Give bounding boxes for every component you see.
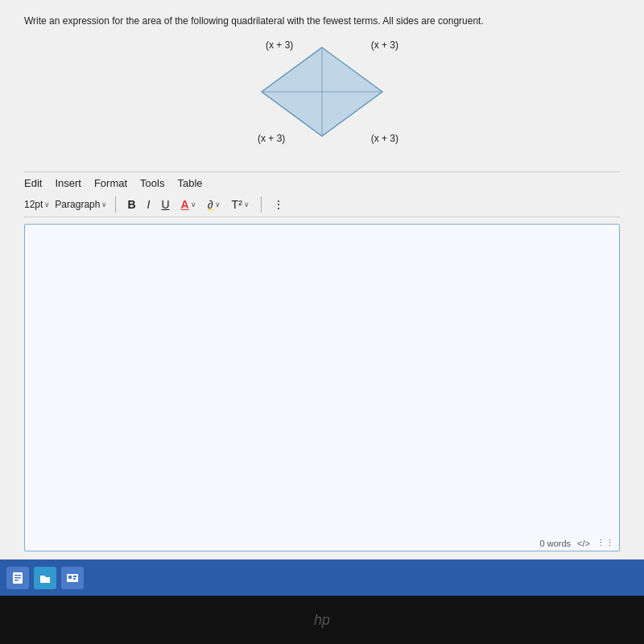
code-icon: </> xyxy=(577,539,590,548)
highlight-chevron: ∨ xyxy=(215,200,221,208)
more-options-button[interactable]: ⋮ xyxy=(270,197,287,212)
paragraph-select[interactable]: Paragraph ∨ xyxy=(55,199,107,210)
underline-button[interactable]: U xyxy=(158,197,172,212)
screen: Write an expression for the area of the … xyxy=(0,0,644,644)
font-size-select[interactable]: 12pt ∨ xyxy=(24,199,50,210)
diagram-area: (x + 3) (x + 3) (x + 3) (x + 3) xyxy=(24,39,620,152)
words-count: 0 words xyxy=(540,539,572,548)
svg-rect-6 xyxy=(14,580,19,581)
menu-insert[interactable]: Insert xyxy=(55,177,81,189)
taskbar-btn-2[interactable] xyxy=(34,567,56,589)
svg-rect-5 xyxy=(14,577,21,579)
font-size-label: 12pt xyxy=(24,199,43,210)
highlight-label: ∂ xyxy=(208,198,213,211)
menu-tools[interactable]: Tools xyxy=(140,177,164,189)
svg-rect-9 xyxy=(73,576,76,577)
hp-logo: hp xyxy=(314,612,330,629)
menu-table[interactable]: Table xyxy=(177,177,202,189)
menu-edit[interactable]: Edit xyxy=(24,177,42,189)
bold-button[interactable]: B xyxy=(124,197,138,212)
superscript-chevron: ∨ xyxy=(244,200,250,208)
font-color-chevron: ∨ xyxy=(191,200,196,208)
taskbar-btn-3[interactable] xyxy=(61,567,84,589)
menu-format[interactable]: Format xyxy=(94,177,127,189)
menu-bar: Edit Insert Format Tools Table xyxy=(24,171,620,192)
question-text: Write an expression for the area of the … xyxy=(24,14,620,28)
svg-rect-10 xyxy=(73,578,76,580)
status-bar: 0 words </> ⋮⋮ xyxy=(535,535,619,551)
font-color-button[interactable]: A ∨ xyxy=(178,197,200,212)
toolbar: 12pt ∨ Paragraph ∨ B I U A ∨ ∂ ∨ T² ∨ xyxy=(24,192,620,217)
toolbar-divider-1 xyxy=(115,196,116,213)
diamond-container: (x + 3) (x + 3) (x + 3) (x + 3) xyxy=(242,39,402,144)
editor-box[interactable]: 0 words </> ⋮⋮ xyxy=(24,224,620,551)
paragraph-chevron: ∨ xyxy=(101,200,107,208)
font-size-chevron: ∨ xyxy=(44,200,50,208)
toolbar-divider-2 xyxy=(261,196,262,213)
svg-rect-4 xyxy=(14,575,21,576)
font-color-label: A xyxy=(181,198,189,211)
main-content: Write an expression for the area of the … xyxy=(0,0,644,559)
italic-button[interactable]: I xyxy=(144,197,154,212)
highlight-button[interactable]: ∂ ∨ xyxy=(204,197,224,212)
diamond-shape xyxy=(242,39,402,144)
more-status-icon: ⋮⋮ xyxy=(597,538,614,548)
paragraph-label: Paragraph xyxy=(55,199,100,210)
superscript-label: T² xyxy=(232,198,242,211)
superscript-button[interactable]: T² ∨ xyxy=(229,197,253,212)
svg-rect-8 xyxy=(68,576,72,579)
bottom-black: hp xyxy=(0,596,644,644)
taskbar-btn-1[interactable] xyxy=(6,567,29,589)
taskbar xyxy=(0,559,644,596)
